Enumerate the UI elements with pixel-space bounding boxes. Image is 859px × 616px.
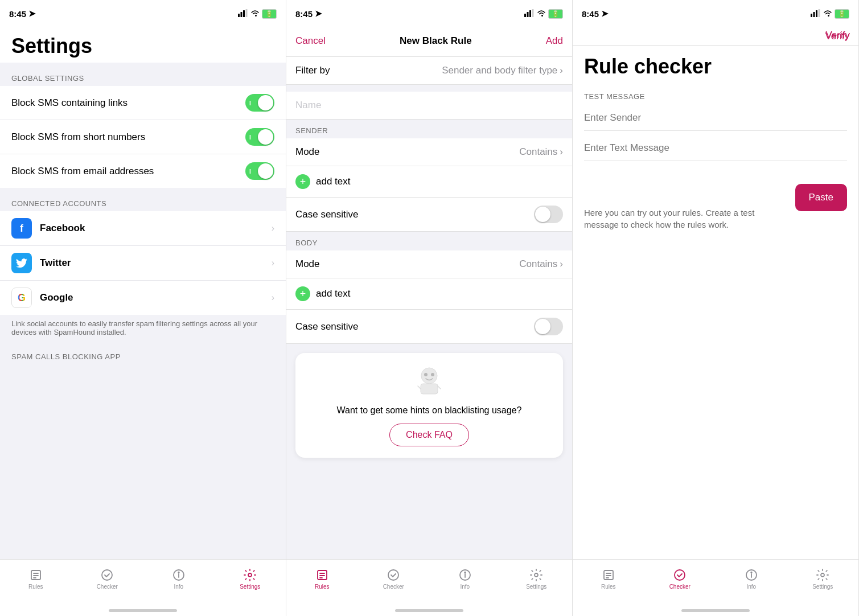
tab-checker-3[interactable]: Checker bbox=[644, 564, 716, 593]
spam-calls-header: SPAM CALLS BLOCKING APP bbox=[0, 343, 286, 364]
tab-checker-label-1: Checker bbox=[97, 584, 118, 590]
tab-settings-1[interactable]: Settings bbox=[215, 564, 286, 593]
sender-section-header: SENDER bbox=[286, 120, 572, 138]
svg-rect-13 bbox=[524, 14, 526, 17]
connected-accounts-header: CONNECTED ACCOUNTS bbox=[0, 188, 286, 211]
settings-panel: 8:45 ➤ 🔋 Settings GLOBAL SETTINGS Block … bbox=[0, 0, 286, 616]
connected-accounts-group: f Facebook › Twitter › G Google › bbox=[0, 211, 286, 315]
battery-icon-1: 🔋 bbox=[262, 9, 277, 19]
battery-icon-3: 🔋 bbox=[835, 9, 849, 19]
tab-settings-2[interactable]: Settings bbox=[501, 564, 573, 593]
svg-line-21 bbox=[418, 386, 421, 389]
time-3: 8:45 bbox=[582, 9, 599, 19]
svg-rect-32 bbox=[811, 14, 812, 17]
tab-rules-3[interactable]: Rules bbox=[573, 564, 644, 593]
svg-rect-2 bbox=[243, 10, 245, 17]
location-icon-1: ➤ bbox=[28, 9, 36, 19]
sender-case-toggle[interactable] bbox=[534, 206, 563, 223]
hint-description: Here you can try out your rules. Create … bbox=[584, 207, 786, 231]
info-icon-3 bbox=[745, 568, 758, 582]
sender-mode-value: Contains › bbox=[519, 146, 563, 158]
tab-rules-1[interactable]: Rules bbox=[0, 564, 72, 593]
filter-by-row[interactable]: Filter by Sender and body filter type › bbox=[286, 57, 572, 85]
tab-info-label-3: Info bbox=[746, 584, 756, 590]
facebook-row[interactable]: f Facebook › bbox=[0, 211, 286, 246]
tab-info-1[interactable]: Info bbox=[143, 564, 215, 593]
sender-case-row: Case sensitive bbox=[286, 198, 572, 232]
filter-by-value: Sender and body filter type › bbox=[442, 65, 563, 76]
svg-point-8 bbox=[102, 570, 112, 580]
checker-icon-1 bbox=[100, 568, 114, 582]
tab-info-2[interactable]: Info bbox=[429, 564, 501, 593]
tab-checker-2[interactable]: Checker bbox=[358, 564, 430, 593]
body-case-toggle[interactable] bbox=[534, 318, 563, 335]
tab-rules-label-3: Rules bbox=[601, 584, 616, 590]
tab-settings-label-3: Settings bbox=[812, 584, 833, 590]
test-section-label: TEST MESSAGE bbox=[584, 83, 847, 105]
svg-point-31 bbox=[535, 573, 538, 577]
accounts-subtext: Link social accounts to easily transfer … bbox=[0, 315, 286, 343]
settings-icon-1 bbox=[243, 568, 257, 582]
google-chevron: › bbox=[272, 293, 274, 303]
block-links-toggle[interactable]: I bbox=[245, 94, 274, 112]
svg-point-19 bbox=[431, 373, 434, 376]
block-short-toggle[interactable]: I bbox=[245, 128, 274, 146]
global-settings-group: Block SMS containing links I Block SMS f… bbox=[0, 86, 286, 188]
verify-button[interactable]: Verify bbox=[825, 30, 850, 41]
svg-rect-14 bbox=[527, 12, 529, 17]
sender-add-text-label: add text bbox=[316, 176, 351, 187]
svg-rect-16 bbox=[532, 9, 534, 17]
body-case-label: Case sensitive bbox=[295, 321, 359, 332]
tab-info-3[interactable]: Info bbox=[716, 564, 787, 593]
sender-mode-row[interactable]: Mode Contains › bbox=[286, 138, 572, 166]
svg-rect-35 bbox=[819, 9, 820, 17]
sender-plus-circle: + bbox=[295, 174, 310, 189]
facebook-icon: f bbox=[11, 218, 32, 239]
rules-icon-1 bbox=[29, 568, 43, 582]
rules-icon-2 bbox=[315, 568, 329, 582]
svg-point-30 bbox=[465, 572, 466, 573]
google-name: Google bbox=[40, 292, 272, 303]
paste-button[interactable]: Paste bbox=[795, 184, 847, 211]
svg-rect-3 bbox=[246, 9, 248, 17]
svg-point-12 bbox=[248, 573, 252, 577]
tab-settings-3[interactable]: Settings bbox=[787, 564, 859, 593]
sender-add-text-row[interactable]: + add text bbox=[286, 166, 572, 198]
tab-rules-2[interactable]: Rules bbox=[286, 564, 358, 593]
cancel-button[interactable]: Cancel bbox=[295, 35, 326, 47]
rule-tab-bar: Rules Checker Info Settings bbox=[286, 559, 572, 605]
check-faq-button[interactable]: Check FAQ bbox=[389, 424, 469, 446]
sender-mode-label: Mode bbox=[295, 146, 320, 158]
info-icon-1 bbox=[172, 568, 186, 582]
signal-icon-2 bbox=[524, 9, 535, 19]
message-input[interactable] bbox=[584, 135, 847, 161]
twitter-row[interactable]: Twitter › bbox=[0, 246, 286, 281]
time-1: 8:45 bbox=[9, 9, 26, 19]
wifi-icon-2 bbox=[537, 9, 546, 19]
svg-rect-0 bbox=[238, 14, 240, 17]
svg-rect-1 bbox=[241, 12, 243, 17]
block-links-row: Block SMS containing links I bbox=[0, 86, 286, 120]
hint-robot-icon bbox=[412, 364, 446, 399]
spacer-1 bbox=[286, 85, 572, 92]
name-field[interactable]: Name bbox=[286, 92, 572, 120]
sender-input[interactable] bbox=[584, 105, 847, 131]
body-mode-row[interactable]: Mode Contains › bbox=[286, 250, 572, 278]
home-indicator-1 bbox=[0, 605, 286, 616]
tab-checker-1[interactable]: Checker bbox=[72, 564, 143, 593]
wifi-icon-3 bbox=[823, 9, 832, 19]
rule-checker-panel: 8:45 ➤ 🔋 Verify Verify Rule checker TEST… bbox=[573, 0, 859, 616]
tab-checker-label-3: Checker bbox=[669, 584, 691, 590]
time-2: 8:45 bbox=[295, 9, 313, 19]
location-icon-2: ➤ bbox=[315, 9, 322, 19]
status-bar-1: 8:45 ➤ 🔋 bbox=[0, 0, 286, 25]
block-email-row: Block SMS from email addresses I bbox=[0, 154, 286, 188]
google-row[interactable]: G Google › bbox=[0, 281, 286, 315]
add-button[interactable]: Add bbox=[546, 35, 563, 47]
svg-point-11 bbox=[178, 572, 179, 573]
body-add-text-row[interactable]: + add text bbox=[286, 278, 572, 310]
new-rule-title: New Black Rule bbox=[400, 35, 472, 47]
new-rule-nav: Cancel New Black Rule Add bbox=[286, 25, 572, 57]
block-email-toggle[interactable]: I bbox=[245, 162, 274, 180]
checker-title: Rule checker bbox=[573, 46, 858, 83]
